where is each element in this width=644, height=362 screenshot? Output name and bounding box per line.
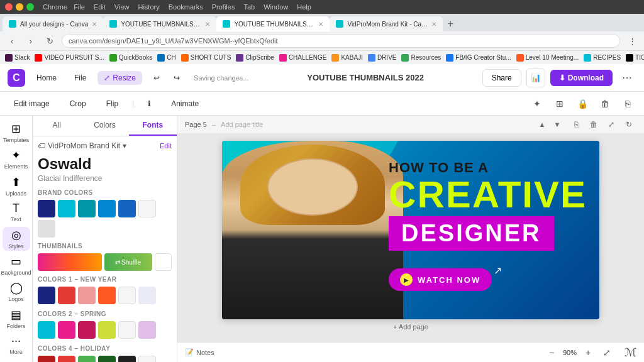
copy-page-icon[interactable]: ⎘ — [569, 117, 584, 132]
c4-2[interactable] — [58, 356, 75, 362]
c2-3[interactable] — [78, 321, 96, 339]
undo-button[interactable]: ↩ — [147, 71, 166, 85]
brand-color-7[interactable] — [38, 220, 55, 238]
zoom-out-button[interactable]: − — [544, 345, 559, 360]
sidebar-item-text[interactable]: T Text — [3, 200, 30, 224]
c4-4[interactable] — [98, 356, 116, 362]
grid-view-icon[interactable]: ⊞ — [551, 95, 569, 112]
c4-1[interactable] — [38, 356, 55, 362]
bookmark-shortcuts[interactable]: SHORT CUTS — [181, 54, 231, 62]
c2-5[interactable] — [118, 321, 136, 339]
c2-1[interactable] — [38, 321, 55, 339]
info-button[interactable]: ℹ — [142, 97, 157, 111]
tab-close-icon[interactable]: ✕ — [92, 21, 97, 28]
fullscreen-icon[interactable]: ⤢ — [604, 117, 619, 132]
thumbnail-white[interactable] — [155, 253, 172, 271]
c4-3[interactable] — [78, 356, 96, 362]
sidebar-item-background[interactable]: ▭ Background — [3, 253, 30, 277]
bookmark-level10[interactable]: Level 10 Meeting... — [516, 54, 579, 62]
c1-1[interactable] — [38, 287, 55, 304]
bookmark-kababi[interactable]: KABAJI — [331, 54, 362, 62]
canva-logo[interactable]: C — [8, 69, 25, 87]
new-tab-button[interactable]: + — [443, 16, 458, 31]
sidebar-item-folders[interactable]: ▤ Folders — [3, 307, 30, 331]
bookmark-slack[interactable]: Slack — [5, 54, 30, 62]
add-page-bar[interactable]: + Add page — [393, 319, 428, 334]
sidebar-item-more[interactable]: ··· More — [3, 333, 30, 357]
refresh-icon[interactable]: ↻ — [621, 117, 636, 132]
sidebar-item-logos[interactable]: ◯ Logos — [3, 280, 30, 304]
fit-to-screen-button[interactable]: ⤢ — [599, 345, 614, 360]
brand-color-4[interactable] — [98, 200, 116, 217]
bookmark-qb[interactable]: QuickBooks — [109, 54, 152, 62]
c4-6[interactable] — [138, 356, 156, 362]
tab-all[interactable]: All — [33, 116, 80, 136]
brand-color-5[interactable] — [118, 200, 136, 217]
c1-5[interactable] — [118, 287, 136, 304]
bookmark-challenge[interactable]: CHALLENGE — [279, 54, 327, 62]
brand-color-3[interactable] — [78, 200, 96, 217]
extensions-button[interactable]: ⋮ — [625, 34, 639, 48]
brand-kit-edit-button[interactable]: Edit — [160, 142, 172, 150]
reload-button[interactable]: ↻ — [43, 34, 57, 48]
c2-2[interactable] — [58, 321, 75, 339]
sidebar-item-templates[interactable]: ⊞ Templates — [3, 121, 30, 145]
url-input[interactable]: canva.com/design/DAE1u_y9t_U/Ua7w3VENXWG… — [62, 34, 620, 48]
bookmark-fb[interactable]: FB/IG Creator Stu... — [446, 54, 511, 62]
c1-2[interactable] — [58, 287, 75, 304]
minimize-button[interactable] — [16, 3, 23, 11]
flip-button[interactable]: Flip — [100, 97, 125, 111]
file-button[interactable]: File — [68, 71, 92, 85]
tab-brand-kit[interactable]: VidProMom Brand Kit - Canva ✕ — [330, 16, 443, 31]
back-button[interactable]: ‹ — [5, 34, 19, 48]
sidebar-item-uploads[interactable]: ⬆ Uploads — [3, 173, 30, 197]
tab-youtube2[interactable]: YOUTUBE THUMBNAILS 202... ✕ — [216, 16, 330, 31]
maximize-button[interactable] — [26, 3, 34, 11]
tab-close-icon[interactable]: ✕ — [431, 21, 436, 28]
delete-icon[interactable]: 🗑 — [596, 95, 614, 112]
bookmark-resources[interactable]: Resources — [401, 54, 441, 62]
tab-all-designs[interactable]: All your designs - Canva ✕ — [3, 16, 103, 31]
brand-color-6[interactable] — [138, 200, 156, 217]
share-button[interactable]: Share — [482, 69, 521, 87]
resize-button[interactable]: ⤢ Resize — [97, 71, 142, 85]
tab-close-icon[interactable]: ✕ — [205, 21, 210, 28]
lock-icon[interactable]: 🔒 — [574, 95, 591, 112]
zoom-in-button[interactable]: + — [580, 345, 596, 360]
shuffle-button[interactable]: ⇄ Shuffle — [104, 253, 152, 271]
analytics-button[interactable]: 📊 — [526, 69, 545, 87]
sidebar-item-styles[interactable]: ◎ Styles — [3, 227, 30, 251]
magic-wand-icon[interactable]: ✦ — [528, 95, 546, 112]
copy-icon[interactable]: ⎘ — [619, 95, 636, 112]
notes-button[interactable]: 📝 Notes — [185, 348, 214, 356]
prev-page-button[interactable]: ▲ — [536, 118, 548, 131]
brand-color-2[interactable] — [58, 200, 75, 217]
c1-6[interactable] — [138, 287, 156, 304]
c1-3[interactable] — [78, 287, 96, 304]
brand-color-1[interactable] — [38, 200, 55, 217]
forward-button[interactable]: › — [24, 34, 38, 48]
animate-button[interactable]: Animate — [165, 97, 205, 111]
delete-page-icon[interactable]: 🗑 — [586, 117, 601, 132]
tab-close-icon[interactable]: ✕ — [318, 21, 323, 28]
c4-5[interactable] — [118, 356, 136, 362]
tab-youtube1[interactable]: YOUTUBE THUMBNAILS 202... ✕ — [103, 16, 216, 31]
edit-image-button[interactable]: Edit image — [8, 97, 56, 111]
c1-4[interactable] — [98, 287, 116, 304]
thumbnail-gradient[interactable] — [38, 253, 102, 271]
design-canvas[interactable]: HOW TO BE A CREATIVE DESIGNER ▶ WATCH NO… — [222, 141, 599, 319]
bookmark-drive[interactable]: DRIVE — [368, 54, 397, 62]
bookmark-ch[interactable]: CH — [157, 54, 175, 62]
tab-colors[interactable]: Colors — [80, 116, 128, 136]
crop-button[interactable]: Crop — [64, 97, 92, 111]
c2-6[interactable] — [138, 321, 156, 339]
watch-now-button[interactable]: ▶ WATCH NOW — [389, 268, 492, 291]
sidebar-item-elements[interactable]: ✦ Elements — [3, 147, 30, 171]
page-title[interactable]: Add page title — [221, 121, 263, 128]
home-button[interactable]: Home — [30, 71, 63, 85]
download-button[interactable]: ⬇ Download — [550, 70, 613, 86]
close-button[interactable] — [5, 3, 13, 11]
bookmark-video[interactable]: VIDEO PURSUIT S... — [35, 54, 104, 62]
bookmark-ticvar[interactable]: TICVAR — [626, 54, 644, 62]
more-options-button[interactable]: ⋯ — [618, 69, 636, 87]
